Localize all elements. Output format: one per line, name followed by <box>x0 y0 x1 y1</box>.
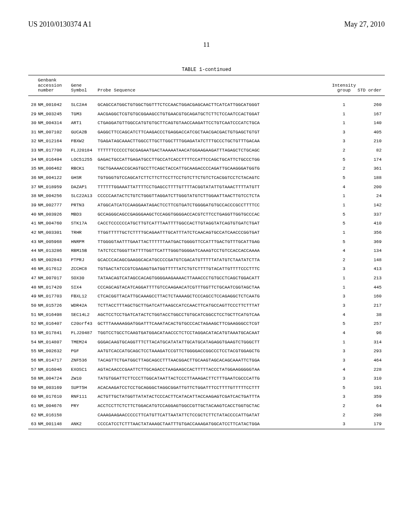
std-order: 210 <box>358 137 385 146</box>
probe-sequence: ATGGCATCATCCAAGGAATAGACTCCTTCGTGATCTGGGG… <box>98 201 332 210</box>
std-order: 413 <box>358 264 385 274</box>
std-order: 445 <box>358 283 385 292</box>
intensity-group: 3 <box>332 264 357 274</box>
accession-number: NM_002632 <box>38 347 71 356</box>
table-row: 63NM_001148ANK2CCCCATCCTCTTTAACTATAAAGCT… <box>28 420 385 429</box>
accession-number: NM_017703 <box>38 292 71 301</box>
accession-number: NM_007102 <box>38 128 71 137</box>
table-row: 56NM_014717ZNF536TACAGTTCTGATGGCTTAGCAGC… <box>28 356 385 365</box>
row-index: 38 <box>28 191 38 201</box>
accession-number: NM_002777 <box>38 201 71 210</box>
row-index: 49 <box>28 292 38 301</box>
intensity-group: 3 <box>332 128 357 137</box>
std-order: 82 <box>358 146 385 155</box>
gene-symbol: SLC2A4 <box>71 96 98 109</box>
accession-number: NM_003245 <box>38 110 71 119</box>
accession-number: NM_017420 <box>38 283 71 292</box>
table-row: 28NM_001042SLC2A4GCAGCCATGGCTGTGGCTGGTTT… <box>28 96 385 109</box>
gene-symbol: ZCCHC8 <box>71 264 98 274</box>
probe-sequence: CACCTCCCCCCATGCTTGTCATTTAATTTTGGCCACTTGT… <box>98 219 332 228</box>
std-order: 200 <box>358 183 385 192</box>
row-index: 44 <box>28 246 38 256</box>
probe-sequence: CCCAGCAGTACATCAGGATTTTGTCCAAGAACATCGTTTG… <box>98 283 332 292</box>
table-row: 43NM_005968HNRPMTTGGGGTAATTTGAATTACTTTTT… <box>28 237 385 247</box>
table-row: 30NM_004314ART1CTGAGGATGTTGGCCATGTGTGCTT… <box>28 118 385 128</box>
gene-symbol: C20orf43 <box>71 319 98 328</box>
intensity-group: 1 <box>332 338 357 347</box>
std-order: 174 <box>358 155 385 164</box>
table-row: 50NM_015726WDR42ATCTTACCTTTAGCTGCTTGATCA… <box>28 301 385 310</box>
probe-sequence: TTTTTTGGAAATTATTTTCCTGAGCCTTTTGTTTTACGGT… <box>98 183 332 192</box>
table-row: 62NM_016158CAAAGAAGAACCCCCTTCATGTTCATTAA… <box>28 411 385 420</box>
accession-number: NM_006462 <box>38 164 71 173</box>
probe-sequence: GCACCCACAGCGAAGGCACATGCCCCGATGTCGACATGTT… <box>98 256 332 265</box>
sequence-table: Genbank accession number Gene Symbol Pro… <box>28 75 385 429</box>
accession-number: NM_016494 <box>38 155 71 164</box>
accession-number: NM_012164 <box>38 137 71 146</box>
row-index: 31 <box>28 128 38 137</box>
std-order: 148 <box>358 256 385 265</box>
accession-number: NM_002843 <box>38 256 71 265</box>
gene-symbol: ART1 <box>71 118 98 128</box>
probe-sequence: TCTTACCTTTAGCTGCTTGATCATTAAGCCATCCAACTTC… <box>98 301 332 310</box>
gene-symbol: SLC22A13 <box>71 191 98 201</box>
probe-sequence: CTCACGGTTACATTGCAAAGCCTTACTCTAAAAGCTCCCA… <box>98 292 332 301</box>
accession-number: NM_017841 <box>38 328 71 338</box>
intensity-group: 1 <box>332 110 357 119</box>
intensity-group: 3 <box>332 301 357 310</box>
row-index: 46 <box>28 264 38 274</box>
intensity-group: 4 <box>332 246 357 256</box>
std-order: 405 <box>358 128 385 137</box>
intensity-group: 4 <box>332 365 357 374</box>
table-row: 45NM_002843PTPRJGCACCCACAGCGAAGGCACATGCC… <box>28 256 385 265</box>
probe-sequence: CAAAGAAGAACCCCCTTCATGTTCATTAATATTCTCCGCT… <box>98 411 332 420</box>
accession-number: NM_004760 <box>38 219 71 228</box>
page-container: US 2010/0130374 A1 May 27, 2010 11 TABLE… <box>0 0 413 445</box>
intensity-group: 5 <box>332 219 357 228</box>
probe-sequence: TTGGTTTTTGCTCTTTTGCAGAATTTGCATTTATCTCAAC… <box>98 228 332 237</box>
intensity-group: 1 <box>332 191 357 201</box>
publication-date: May 27, 2010 <box>344 20 385 29</box>
row-index: 53 <box>28 328 38 338</box>
probe-sequence: TTTTTTCCCCCTGCGAGAATGACTAAAAATAACATGGAAG… <box>98 146 332 155</box>
probe-sequence: TGTGACTATCCGTCGAGAGTGATGGTTTTTATCTGTCTTT… <box>98 264 332 274</box>
intensity-group: 3 <box>332 292 357 301</box>
std-order: 167 <box>358 110 385 119</box>
intensity-group: 1 <box>332 228 357 237</box>
table-row: 52NM_016407C20orf43GCTTTAAAAAGGATGGATTTC… <box>28 319 385 328</box>
std-order: 298 <box>358 411 385 420</box>
accession-number: NM_017612 <box>38 264 71 274</box>
row-index: 45 <box>28 256 38 265</box>
table-row: 54NM_014807TMEM24GGGACAAGTGCAGGTTTCTTACA… <box>28 338 385 347</box>
gene-symbol: STK17A <box>71 219 98 228</box>
col-gene-symbol: Gene Symbol <box>71 75 98 96</box>
std-order: 314 <box>358 338 385 347</box>
probe-sequence: GCTTTAAAAAGGATGGATTTCAAATACACTGTGCCCACTA… <box>98 319 332 328</box>
gene-symbol: FBXW2 <box>71 137 98 146</box>
accession-number: NM_005968 <box>38 237 71 247</box>
std-order: 356 <box>358 228 385 237</box>
accession-number: NM_004122 <box>38 173 71 183</box>
table-row: 57NM_016046EXOSC1AGTACAACCCGAATTCTTGCAGA… <box>28 365 385 374</box>
gene-symbol: FBXL12 <box>71 292 98 301</box>
probe-sequence: GCAGCCATGGCTGTGGCTGGTTTCTCCAACTGGACGAGCA… <box>98 96 332 109</box>
row-index: 51 <box>28 310 38 320</box>
intensity-group: 1 <box>332 201 357 210</box>
col-intensity-group: Intensity group <box>332 75 357 96</box>
probe-sequence: TGGTCCTGCCTCAAGTGATGGACATAACCCTCTCCTAGGA… <box>98 328 332 338</box>
std-order: 410 <box>358 219 385 228</box>
std-order: 359 <box>358 392 385 401</box>
probe-sequence: AGCTCCTCCTGATCATACTCTGGTACCTGGCCTGTGCATC… <box>98 310 332 320</box>
intensity-group: 2 <box>332 146 357 155</box>
row-index: 30 <box>28 118 38 128</box>
accession-number: NM_013286 <box>38 246 71 256</box>
std-order: 142 <box>358 201 385 210</box>
gene-symbol: TRHR <box>71 228 98 237</box>
row-index: 60 <box>28 392 38 401</box>
gene-symbol: HNRPM <box>71 237 98 247</box>
col-accession: Genbank accession number <box>38 75 71 96</box>
gene-symbol: PRY <box>71 401 98 411</box>
table-row: 53NM_017841FLJ20487TGGTCCTGCCTCAAGTGATGG… <box>28 328 385 338</box>
table-row: 34NM_016494LOC51255GAGACTGCCATTGAGATGCCT… <box>28 155 385 164</box>
probe-sequence: CTGAGGATGTTGGCCATGTGTGCTTCAGTGTAACCAAGAT… <box>98 118 332 128</box>
